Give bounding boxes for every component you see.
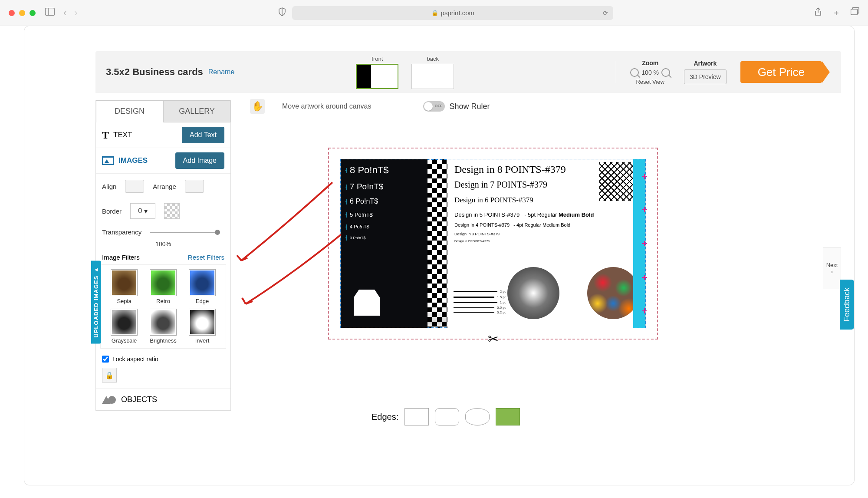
filters-label: Image Filters <box>102 254 140 261</box>
browser-chrome: ‹ › 🔒 psprint.com ⟳ ＋ <box>0 0 868 26</box>
window-controls <box>9 10 36 16</box>
text-section-title: TEXT <box>113 131 132 139</box>
tab-design[interactable]: DESIGN <box>96 100 163 122</box>
edge-selected[interactable] <box>496 408 520 425</box>
cube-icon <box>354 290 380 316</box>
forward-icon[interactable]: › <box>74 7 77 19</box>
filter-edge[interactable]: Edge <box>185 269 220 304</box>
annotation-arrow-2 <box>237 230 350 317</box>
border-label: Border <box>102 208 122 215</box>
share-icon[interactable] <box>814 7 822 18</box>
new-tab-icon[interactable]: ＋ <box>832 7 840 18</box>
images-icon <box>102 156 114 165</box>
align-dropdown[interactable] <box>125 180 144 193</box>
artwork-canvas[interactable]: ┤8 Po!nT$ ┤7 Po!nT$ ┤6 Po!nT$ ┤5 Po!nT$ … <box>340 159 646 328</box>
add-image-button[interactable]: Add Image <box>175 152 224 169</box>
lock-aspect-checkbox[interactable] <box>102 356 109 363</box>
front-thumb[interactable] <box>356 64 398 89</box>
design-panel: DESIGN GALLERY TTEXT Add Text IMAGES Add… <box>95 100 231 411</box>
3d-preview-button[interactable]: 3D Preview <box>684 69 727 84</box>
ruler-toggle[interactable] <box>423 101 445 112</box>
shapes-icon <box>102 396 116 404</box>
objects-title: OBJECTS <box>121 395 157 404</box>
transparency-slider[interactable] <box>150 232 220 233</box>
images-section-title: IMAGES <box>118 156 148 165</box>
edges-selector: Edges: <box>372 408 520 425</box>
edge-rounded[interactable] <box>435 408 459 425</box>
get-price-button[interactable]: Get Price <box>740 61 822 83</box>
border-width-select[interactable]: 0 ▾ <box>130 203 155 219</box>
lock-icon: 🔒 <box>431 10 438 16</box>
filter-sepia[interactable]: Sepia <box>107 269 141 304</box>
reset-filters-link[interactable]: Reset Filters <box>188 254 224 261</box>
url-text: psprint.com <box>441 9 475 16</box>
card-left-panel: ┤8 Po!nT$ ┤7 Po!nT$ ┤6 Po!nT$ ┤5 Po!nT$ … <box>341 159 427 328</box>
tabs-icon[interactable] <box>851 7 859 18</box>
objects-section[interactable]: OBJECTS <box>96 389 230 410</box>
back-label: back <box>411 56 454 62</box>
page-viewport: 3.5x2 Business cards Rename front back Z… <box>24 26 854 485</box>
scissors-icon: ✂ <box>488 331 499 346</box>
filter-brightness[interactable]: Brightness <box>146 309 181 344</box>
svg-rect-4 <box>851 9 858 15</box>
canvas-safe-area: ┤8 Po!nT$ ┤7 Po!nT$ ┤6 Po!nT$ ┤5 Po!nT$ … <box>328 148 658 340</box>
ruler-label: Show Ruler <box>449 102 490 111</box>
front-label: front <box>356 56 398 62</box>
tab-gallery[interactable]: GALLERY <box>163 100 230 122</box>
svg-rect-0 <box>46 8 55 16</box>
artwork-label: Artwork <box>684 60 727 67</box>
reset-view-link[interactable]: Reset View <box>630 79 670 85</box>
filter-invert[interactable]: Invert <box>185 309 220 344</box>
side-selector: front back <box>356 56 454 89</box>
zigzag-icon <box>599 162 638 201</box>
filter-retro[interactable]: Retro <box>146 269 181 304</box>
edges-label: Edges: <box>372 412 398 422</box>
feedback-tab[interactable]: Feedback <box>840 280 854 330</box>
transparency-label: Transparency <box>102 228 141 236</box>
border-color-swatch[interactable] <box>164 203 180 219</box>
arrange-dropdown[interactable] <box>185 180 204 193</box>
checker-strip <box>427 159 447 328</box>
filters-grid: Sepia Retro Edge Grayscale Brightness In… <box>100 264 226 349</box>
filter-grayscale[interactable]: Grayscale <box>107 309 141 344</box>
color-circle-icon <box>587 267 639 319</box>
edge-oval[interactable] <box>465 408 490 425</box>
uploaded-images-tab[interactable]: UPLOADED IMAGES ▸ <box>91 261 101 343</box>
card-right-panel: Design in 8 POINTS-#379 Design in 7 POIN… <box>447 159 645 328</box>
text-icon: T <box>102 129 109 141</box>
minimize-window-icon[interactable] <box>19 10 25 16</box>
grayscale-circle-icon <box>507 267 559 319</box>
zoom-value: 100 % <box>641 69 659 76</box>
designer-header: 3.5x2 Business cards Rename front back Z… <box>95 51 841 93</box>
product-title: 3.5x2 Business cards <box>106 66 203 78</box>
privacy-shield-icon[interactable] <box>278 7 286 18</box>
arrange-label: Arrange <box>153 183 176 190</box>
transparency-value: 100% <box>102 241 224 247</box>
add-text-button[interactable]: Add Text <box>182 127 224 143</box>
zoom-in-icon[interactable] <box>661 68 670 77</box>
move-artwork-label: Move artwork around canvas <box>282 102 371 110</box>
back-icon[interactable]: ‹ <box>63 7 66 19</box>
zoom-label: Zoom <box>630 59 670 66</box>
align-label: Align <box>102 183 116 190</box>
pan-tool-icon[interactable]: ✋ <box>250 99 265 114</box>
reload-icon[interactable]: ⟳ <box>603 10 608 16</box>
transparency-slider-thumb[interactable] <box>215 230 220 235</box>
sidebar-toggle-icon[interactable] <box>45 8 55 18</box>
rename-link[interactable]: Rename <box>208 68 234 76</box>
next-button[interactable]: Next › <box>823 247 841 289</box>
fullscreen-window-icon[interactable] <box>30 10 36 16</box>
close-window-icon[interactable] <box>9 10 15 16</box>
registration-marks <box>642 159 648 328</box>
lock-aspect-label: Lock aspect ratio <box>112 356 158 363</box>
chevron-right-icon: › <box>831 268 833 275</box>
back-thumb[interactable] <box>411 64 454 89</box>
edge-square[interactable] <box>404 408 429 425</box>
zoom-out-icon[interactable] <box>630 68 639 77</box>
lock-button[interactable]: 🔒 <box>102 368 117 383</box>
line-weights: 2 pt 1.5 pt 1 pt 0.5 pt 0.2 pt <box>454 289 506 315</box>
address-bar[interactable]: 🔒 psprint.com ⟳ <box>292 6 613 20</box>
